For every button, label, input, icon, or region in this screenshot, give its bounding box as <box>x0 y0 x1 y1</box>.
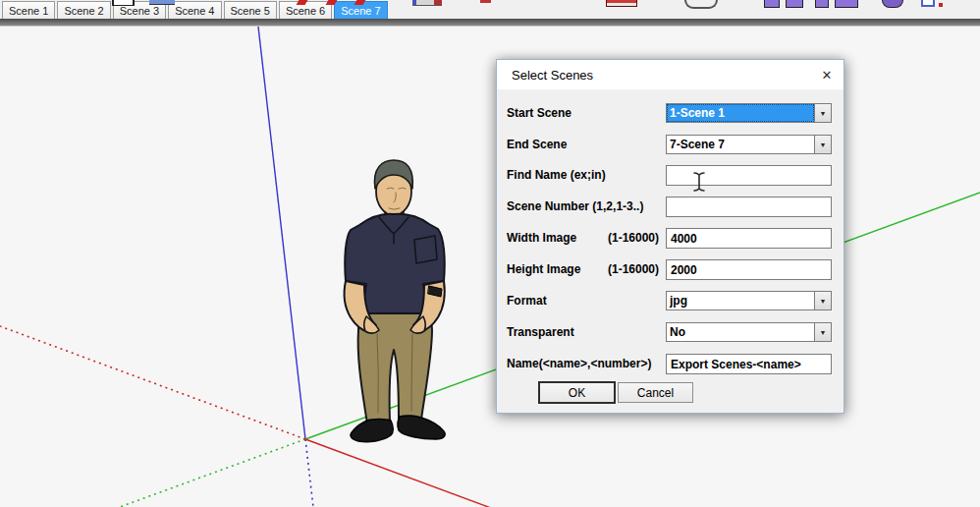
scene-number-input[interactable] <box>666 197 832 217</box>
chevron-down-icon[interactable]: ▼ <box>814 292 831 310</box>
toolbar-icon-fragment-small-red[interactable] <box>480 0 491 3</box>
figure-left-shoe <box>351 420 393 442</box>
ibeam-cursor <box>692 171 706 193</box>
end-scene-row: End Scene 7-Scene 7 ▼ <box>507 134 832 155</box>
name-pattern-row: Name(<name>,<number>) <box>507 353 832 374</box>
transparent-select[interactable]: No ▼ <box>666 322 832 342</box>
start-scene-label: Start Scene <box>507 106 666 120</box>
height-image-range-hint: (1-16000) <box>608 262 666 276</box>
tab-scene-5[interactable]: Scene 5 <box>224 1 277 19</box>
width-image-range-hint: (1-16000) <box>608 231 666 245</box>
person-figure[interactable] <box>345 160 446 442</box>
chevron-down-icon[interactable]: ▼ <box>814 104 831 122</box>
start-scene-row: Start Scene 1-Scene 1 ▼ <box>507 102 832 124</box>
find-name-input[interactable] <box>666 165 832 186</box>
dialog-titlebar[interactable]: Select Scenes ✕ <box>497 60 844 89</box>
format-label: Format <box>507 294 666 308</box>
width-image-row: Width Image (1-16000) <box>507 227 832 249</box>
width-image-label: Width Image <box>507 231 576 245</box>
chevron-down-icon[interactable]: ▼ <box>814 323 831 341</box>
end-scene-select[interactable]: 7-Scene 7 ▼ <box>666 135 832 154</box>
select-scenes-dialog: Select Scenes ✕ Start Scene 1-Scene 1 ▼ … <box>496 59 844 414</box>
format-row: Format jpg ▼ <box>507 290 832 311</box>
chevron-down-icon[interactable]: ▼ <box>814 136 831 153</box>
transparent-label: Transparent <box>507 325 666 339</box>
find-name-label: Find Name (ex;in) <box>507 168 666 182</box>
start-scene-select[interactable]: 1-Scene 1 ▼ <box>666 103 832 123</box>
name-pattern-input[interactable] <box>666 354 832 374</box>
find-name-row: Find Name (ex;in) <box>507 164 832 186</box>
red-axis-dotted <box>0 326 305 439</box>
toolbar-icon-fragment-blue[interactable] <box>149 0 175 5</box>
tab-scene-2[interactable]: Scene 2 <box>57 1 110 19</box>
figure-right-shoe <box>398 416 445 439</box>
height-image-label: Height Image <box>507 262 580 276</box>
dialog-title: Select Scenes <box>512 68 593 83</box>
ok-button[interactable]: OK <box>539 382 615 403</box>
toolbar-icon-fragment-grid[interactable] <box>112 0 135 6</box>
width-image-input[interactable] <box>666 228 832 249</box>
toolbar-icon-fragment-orbit[interactable] <box>684 0 718 9</box>
toolbar-icon-fragment-section[interactable] <box>606 0 637 7</box>
close-icon[interactable]: ✕ <box>810 60 844 89</box>
transparent-row: Transparent No ▼ <box>507 321 832 343</box>
tabbar-divider <box>0 19 980 27</box>
toolbar-icon-fragment-bar2[interactable] <box>786 0 803 8</box>
scene-number-row: Scene Number (1,2,1-3..) <box>507 196 832 217</box>
tab-scene-1[interactable]: Scene 1 <box>2 1 55 19</box>
end-scene-label: End Scene <box>507 138 666 151</box>
height-image-row: Height Image (1-16000) <box>507 258 832 280</box>
toolbar-icon-fragment-bar3[interactable] <box>815 0 829 8</box>
scene-number-label: Scene Number (1,2,1-3..) <box>507 199 666 213</box>
blue-axis-dotted <box>305 439 313 507</box>
tab-scene-4[interactable]: Scene 4 <box>168 1 221 19</box>
red-axis-line <box>305 439 491 507</box>
height-image-input[interactable] <box>666 259 832 280</box>
toolbar-icon-fragment-red-blue[interactable] <box>412 0 442 6</box>
format-select[interactable]: jpg ▼ <box>666 291 832 310</box>
toolbar-icon-fragment-bar1[interactable] <box>764 0 780 8</box>
toolbar-icon-fragment-square[interactable] <box>921 0 935 7</box>
name-pattern-label: Name(<name>,<number>) <box>507 357 666 370</box>
toolbar-icon-fragment-dot[interactable] <box>939 3 943 7</box>
toolbar-icon-fragment-bar4[interactable] <box>835 0 858 8</box>
cancel-button[interactable]: Cancel <box>618 382 693 403</box>
green-axis-dotted <box>120 439 305 507</box>
blue-axis-line <box>258 27 305 439</box>
